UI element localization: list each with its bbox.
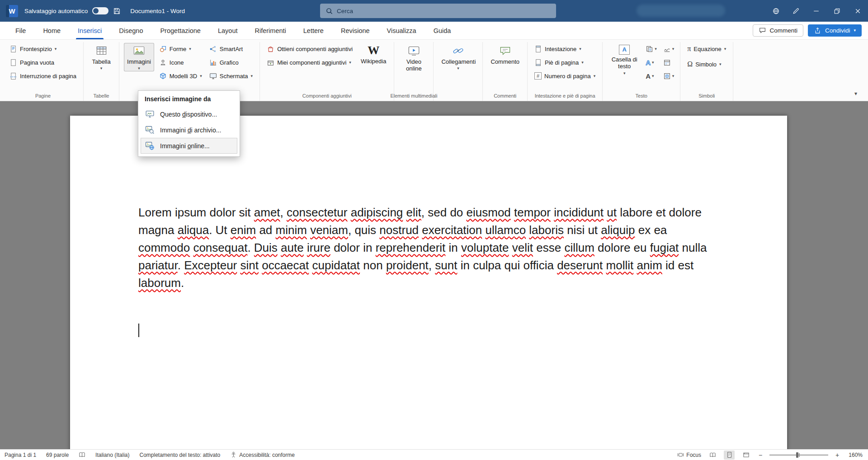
- text-run[interactable]: non: [360, 258, 386, 272]
- footer-button[interactable]: Piè di pagina ▾: [532, 56, 598, 68]
- misspelled-word[interactable]: eiusmod: [467, 206, 511, 219]
- document-paragraph[interactable]: Lorem ipsum dolor sit amet, consectetur …: [138, 204, 712, 292]
- close-button[interactable]: [847, 0, 868, 22]
- misspelled-word[interactable]: Excepteur: [184, 258, 237, 272]
- zoom-in-button[interactable]: +: [834, 451, 840, 459]
- misspelled-word[interactable]: elit: [406, 206, 421, 219]
- tab-lettere[interactable]: Lettere: [302, 22, 325, 39]
- text-run[interactable]: in: [445, 241, 461, 254]
- autosave-toggle[interactable]: [92, 7, 108, 14]
- screenshot-button[interactable]: Schermata ▾: [207, 70, 255, 82]
- misspelled-word[interactable]: ut: [607, 206, 617, 219]
- read-mode-button[interactable]: [707, 451, 718, 460]
- misspelled-word[interactable]: irure: [307, 241, 330, 254]
- date-time-button[interactable]: [662, 56, 676, 68]
- text-run[interactable]: Lorem ipsum dolor sit: [138, 206, 254, 219]
- minimize-button[interactable]: [806, 0, 826, 22]
- misspelled-word[interactable]: consectetur: [287, 206, 347, 219]
- signature-line-button[interactable]: ▾: [662, 43, 676, 55]
- misspelled-word[interactable]: nostrud: [379, 223, 419, 237]
- page-break-button[interactable]: Interruzione di pagina: [7, 70, 79, 82]
- misspelled-word[interactable]: voluptate: [461, 241, 509, 254]
- equation-button[interactable]: π Equazione ▾: [685, 43, 728, 55]
- smartart-button[interactable]: SmartArt: [207, 43, 255, 55]
- menu-item-online-pictures[interactable]: Immagini online...: [141, 138, 237, 154]
- text-run[interactable]: in culpa qui officia: [457, 258, 557, 272]
- cover-page-button[interactable]: Frontespizio ▾: [7, 43, 79, 55]
- text-run[interactable]: [278, 241, 281, 254]
- misspelled-word[interactable]: adipiscing: [351, 206, 403, 219]
- misspelled-word[interactable]: velit: [512, 241, 533, 254]
- text-prediction-indicator[interactable]: Completamento del testo: attivato: [139, 452, 220, 458]
- focus-mode-button[interactable]: Focus: [677, 451, 701, 458]
- document-page[interactable]: Lorem ipsum dolor sit amet, consectetur …: [70, 116, 787, 449]
- text-run[interactable]: [511, 206, 514, 219]
- chart-button[interactable]: Grafico: [207, 56, 255, 68]
- tab-riferimenti[interactable]: Riferimenti: [254, 22, 287, 39]
- misspelled-word[interactable]: proident: [386, 258, 429, 272]
- save-button[interactable]: [108, 0, 125, 22]
- tab-visualizza[interactable]: Visualizza: [386, 22, 417, 39]
- pen-button[interactable]: [786, 0, 806, 22]
- links-button[interactable]: Collegamenti ▾: [438, 43, 478, 71]
- misspelled-word[interactable]: exercitation: [422, 223, 482, 237]
- misspelled-word[interactable]: aute: [281, 241, 304, 254]
- text-run[interactable]: ,: [429, 258, 435, 272]
- misspelled-word[interactable]: mollit: [606, 258, 634, 272]
- misspelled-word[interactable]: aliquip: [601, 223, 635, 237]
- misspelled-word[interactable]: cillum: [564, 241, 594, 254]
- misspelled-word[interactable]: sunt: [435, 258, 457, 272]
- text-run[interactable]: [347, 206, 350, 219]
- comment-button[interactable]: Commento: [487, 43, 523, 66]
- search-input[interactable]: [337, 8, 551, 14]
- text-run[interactable]: [309, 258, 312, 272]
- shapes-button[interactable]: Forme ▾: [157, 43, 204, 55]
- text-run[interactable]: nulla: [679, 241, 707, 254]
- text-run[interactable]: [509, 241, 512, 254]
- page-indicator[interactable]: Pagina 1 di 1: [5, 452, 36, 458]
- misspelled-word[interactable]: pariatur: [138, 258, 178, 272]
- online-video-button[interactable]: Video online: [399, 43, 429, 73]
- icons-button[interactable]: Icone: [157, 56, 204, 68]
- tab-guida[interactable]: Guida: [433, 22, 452, 39]
- tab-disegno[interactable]: Disegno: [118, 22, 144, 39]
- accessibility-indicator[interactable]: Accessibilità: conforme: [230, 451, 295, 458]
- proofing-button[interactable]: [79, 451, 85, 458]
- drop-cap-button[interactable]: A ▾: [644, 70, 658, 82]
- text-run[interactable]: ad: [256, 223, 275, 237]
- text-run[interactable]: dolor in: [330, 241, 376, 254]
- menu-item-stock-images[interactable]: Immagini di archivio...: [141, 122, 237, 138]
- zoom-out-button[interactable]: −: [757, 451, 764, 459]
- zoom-slider[interactable]: [769, 452, 828, 458]
- tab-home[interactable]: Home: [42, 22, 61, 39]
- comments-button[interactable]: Commenti: [753, 24, 803, 37]
- print-layout-button[interactable]: [724, 451, 735, 460]
- text-run[interactable]: ,: [280, 206, 287, 219]
- text-run[interactable]: [304, 241, 307, 254]
- misspelled-word[interactable]: veniam: [310, 223, 348, 237]
- misspelled-word[interactable]: tempor: [514, 206, 551, 219]
- misspelled-word[interactable]: Duis: [254, 241, 278, 254]
- tab-progettazione[interactable]: Progettazione: [159, 22, 201, 39]
- pictures-button[interactable]: Immagini ▾: [124, 43, 154, 71]
- text-box-button[interactable]: A Casella di testo ▾: [607, 43, 642, 76]
- my-addins-button[interactable]: Miei componenti aggiuntivi ▾: [264, 56, 355, 68]
- text-run[interactable]: .: [178, 258, 184, 272]
- tab-inserisci[interactable]: Inserisci: [77, 22, 103, 39]
- misspelled-word[interactable]: laboris: [529, 223, 564, 237]
- tab-file[interactable]: File: [14, 22, 27, 39]
- object-button[interactable]: ▾: [662, 70, 676, 82]
- wordart-button[interactable]: A ▾: [644, 56, 658, 68]
- collapse-ribbon-button[interactable]: ▾: [850, 89, 862, 98]
- word-count[interactable]: 69 parole: [46, 452, 69, 458]
- misspelled-word[interactable]: amet: [254, 206, 280, 219]
- table-button[interactable]: Tabella ▾: [88, 43, 114, 71]
- get-addins-button[interactable]: Ottieni componenti aggiuntivi: [264, 43, 355, 55]
- misspelled-word[interactable]: reprehenderit: [376, 241, 446, 254]
- misspelled-word[interactable]: commodo: [138, 241, 190, 254]
- misspelled-word[interactable]: anim: [637, 258, 662, 272]
- text-run[interactable]: .: [181, 276, 184, 290]
- misspelled-word[interactable]: deserunt: [557, 258, 603, 272]
- blank-page-button[interactable]: Pagina vuota: [7, 56, 79, 68]
- wikipedia-button[interactable]: W Wikipedia: [358, 43, 389, 66]
